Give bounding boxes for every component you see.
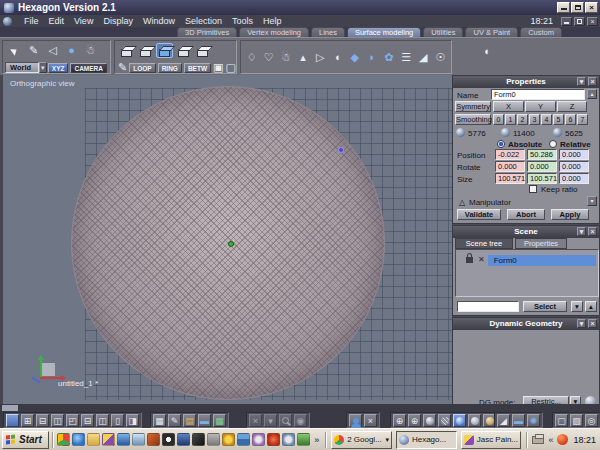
box-render-icon[interactable]: ▢: [555, 414, 568, 427]
chrome-icon[interactable]: [57, 433, 70, 446]
relative-label[interactable]: Relative: [560, 140, 591, 149]
visibility-icon[interactable]: ✕: [478, 256, 485, 264]
tab-uv-paint[interactable]: UV & Paint: [465, 27, 518, 37]
grow-selection-icon[interactable]: ▣: [213, 60, 223, 75]
fit-view-icon[interactable]: ×: [249, 414, 262, 427]
smoothing-button[interactable]: Smoothing: [455, 114, 491, 125]
shading-hidden-line-icon[interactable]: [438, 414, 451, 427]
smoothing-6-button[interactable]: 6: [565, 114, 576, 125]
world-dropdown-icon[interactable]: ▾: [39, 62, 47, 73]
curve-tool-icon[interactable]: ◖: [330, 50, 345, 65]
layout-single-button[interactable]: [6, 414, 19, 427]
layout-3-left-button[interactable]: ◰: [66, 414, 79, 427]
paint-mode-icon[interactable]: ✎: [168, 414, 181, 427]
restore-icon[interactable]: [571, 2, 584, 13]
wedge-tool-icon[interactable]: ◗: [364, 50, 379, 65]
blue-bar-mode-icon[interactable]: ▬: [198, 414, 211, 427]
task-google-button[interactable]: 2 Googl... ▾: [331, 431, 392, 449]
rotate-y-input[interactable]: 0.000: [527, 161, 557, 172]
tab-vertex-modeling[interactable]: Vertex modeling: [239, 27, 309, 37]
validate-button[interactable]: Validate: [457, 209, 501, 220]
chisel-tool-icon[interactable]: ◢: [416, 50, 431, 65]
manipulator-label[interactable]: Manipulator: [469, 198, 511, 207]
relative-radio[interactable]: [549, 140, 557, 148]
tree-item-label[interactable]: Form0: [488, 255, 596, 266]
gray-app-icon[interactable]: [207, 433, 220, 446]
doc-restore-icon[interactable]: [574, 17, 585, 26]
shield-tool-icon[interactable]: ◆: [347, 50, 362, 65]
zoom-icon[interactable]: [279, 414, 292, 427]
keep-ratio-label[interactable]: Keep ratio: [541, 185, 577, 194]
doc-minimize-icon[interactable]: [561, 17, 572, 26]
tab-lines[interactable]: Lines: [311, 27, 345, 37]
person-icon[interactable]: [349, 414, 362, 427]
material-icon[interactable]: ▨: [570, 414, 583, 427]
grid-toggle-icon[interactable]: ▦: [153, 414, 166, 427]
symmetry-button[interactable]: Symmetry: [455, 101, 491, 112]
properties-rollup-icon[interactable]: ▾: [577, 77, 586, 86]
layout-hsplit-button[interactable]: ⊟: [36, 414, 49, 427]
red-app-icon[interactable]: [267, 433, 280, 446]
dg-panel-header[interactable]: Dynamic Geometry ▾ ×: [453, 318, 599, 330]
scene-properties-tab[interactable]: Properties: [515, 238, 567, 249]
tab-surface-modeling[interactable]: Surface modeling: [347, 27, 421, 37]
ring-button[interactable]: RING: [158, 63, 182, 73]
flag-tool-icon[interactable]: ▷: [313, 50, 328, 65]
scene-close-icon[interactable]: ×: [588, 227, 597, 236]
name-input[interactable]: Form0: [491, 89, 585, 100]
sun-app-icon[interactable]: [222, 433, 235, 446]
smoothing-0-button[interactable]: 0: [493, 114, 504, 125]
menu-edit[interactable]: Edit: [44, 16, 70, 26]
psp-icon[interactable]: [102, 433, 115, 446]
shading-wire-icon[interactable]: ⊕: [393, 414, 406, 427]
pan-view-icon[interactable]: ▾: [264, 414, 277, 427]
shading-smooth-wire-icon[interactable]: [468, 414, 481, 427]
shrink-selection-icon[interactable]: ▢: [225, 60, 235, 75]
gear-sphere-icon[interactable]: ☉: [433, 50, 448, 65]
dg-rollup-icon[interactable]: ▾: [577, 319, 586, 328]
cylinder-display-icon[interactable]: ▬: [512, 414, 525, 427]
tree-collapse-icon[interactable]: ▾: [571, 301, 583, 312]
drop-icon[interactable]: [177, 433, 190, 446]
tab-custom[interactable]: Custom: [520, 27, 562, 37]
position-z-input[interactable]: 0.000: [559, 149, 589, 160]
rotate-tool-icon[interactable]: ✎: [25, 43, 42, 58]
q-app-icon[interactable]: [252, 433, 265, 446]
bend-tool-icon[interactable]: ☃: [278, 50, 293, 65]
task-hexagon-button[interactable]: Hexago...: [396, 431, 457, 449]
leaf-tool-icon[interactable]: ✿: [381, 50, 396, 65]
menu-help[interactable]: Help: [258, 16, 287, 26]
scene-tree-item-form0[interactable]: ✕ Form0: [458, 254, 596, 266]
tray-app-icon[interactable]: [557, 434, 568, 445]
tree-expand-icon[interactable]: ▴: [585, 301, 597, 312]
shading-flat-icon[interactable]: [423, 414, 436, 427]
scale-tool-icon[interactable]: ◁: [44, 43, 61, 58]
close-icon[interactable]: ×: [585, 2, 598, 13]
start-button[interactable]: Start: [2, 431, 49, 449]
scene-rollup-icon[interactable]: ▾: [577, 227, 586, 236]
menu-tools[interactable]: Tools: [227, 16, 258, 26]
select-button[interactable]: Select: [523, 301, 567, 312]
menu-view[interactable]: View: [69, 16, 98, 26]
loop-button[interactable]: LOOP: [129, 63, 155, 73]
task-jasc-button[interactable]: Jasc Pain...: [461, 431, 522, 449]
properties-close-icon[interactable]: ×: [588, 77, 597, 86]
smoothing-tool-icon[interactable]: ♢: [244, 50, 259, 65]
select-faces-icon[interactable]: [156, 43, 173, 58]
layout-2-cols-button[interactable]: ◫: [96, 414, 109, 427]
menu-window[interactable]: Window: [138, 16, 180, 26]
dg-close-icon[interactable]: ×: [588, 319, 597, 328]
layout-side-button[interactable]: ◨: [126, 414, 139, 427]
rotate-z-input[interactable]: 0.000: [559, 161, 589, 172]
layout-3-top-button[interactable]: ◫: [51, 414, 64, 427]
menu-selection[interactable]: Selection: [180, 16, 227, 26]
size-z-input[interactable]: 0.000: [559, 173, 589, 184]
tab-utilities[interactable]: Utilities: [423, 27, 463, 37]
symmetry-y-button[interactable]: Y: [525, 101, 556, 112]
smoothing-4-button[interactable]: 4: [541, 114, 552, 125]
toolbar-extra-icon[interactable]: ◐: [479, 44, 496, 59]
layout-2-rows-button[interactable]: ⊟: [81, 414, 94, 427]
lock-icon[interactable]: [466, 257, 473, 263]
layout-quad-button[interactable]: ⊞: [21, 414, 34, 427]
scene-tree-tab[interactable]: Scene tree: [455, 238, 513, 249]
